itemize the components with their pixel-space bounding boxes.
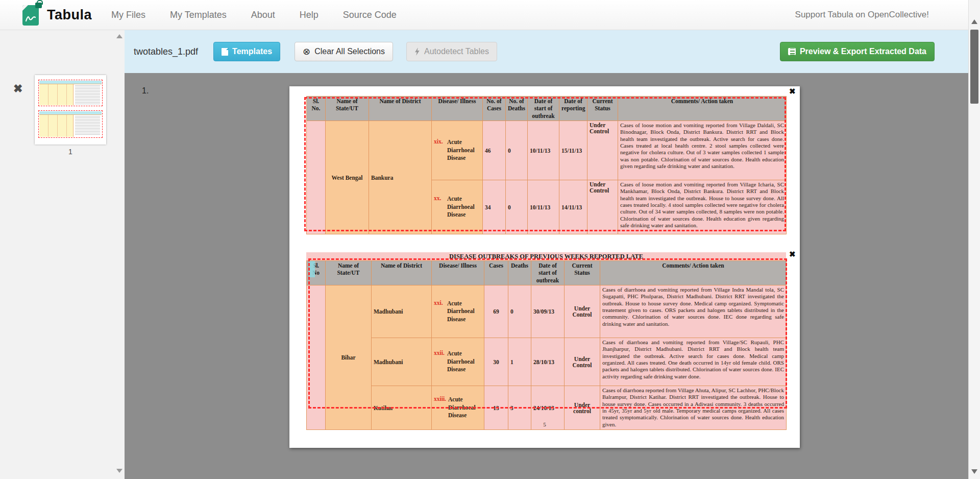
template-file-icon	[222, 48, 228, 56]
pdf-swirl-icon	[25, 14, 36, 23]
close-selection-2-icon[interactable]: ✖	[789, 250, 796, 258]
nav-source-code[interactable]: Source Code	[343, 10, 397, 20]
table-selection-2[interactable]	[308, 258, 787, 409]
nav-my-files[interactable]: My Files	[111, 10, 145, 20]
thumbnail-selection-1	[38, 80, 103, 106]
clear-all-selections-button[interactable]: ⊗ Clear All Selections	[295, 42, 393, 61]
preview-export-button[interactable]: Preview & Export Extracted Data	[780, 42, 935, 61]
pdf-page[interactable]: Sl. No. Name of State/UT Name of Distric…	[289, 86, 800, 448]
brand[interactable]: Tabula	[22, 4, 92, 26]
table-list-icon	[788, 48, 796, 55]
thumbnail-page-number: 1	[35, 148, 106, 156]
lightning-bolt-icon	[414, 47, 420, 56]
document-filename: twotables_1.pdf	[134, 46, 198, 57]
autodetect-tables-button[interactable]: Autodetect Tables	[406, 42, 497, 61]
nav-about[interactable]: About	[251, 10, 275, 20]
templates-button[interactable]: Templates	[213, 42, 280, 61]
scroll-down-icon[interactable]	[971, 469, 977, 474]
circled-x-icon: ⊗	[303, 47, 310, 56]
templates-button-label: Templates	[232, 47, 272, 56]
tabula-logo-icon	[22, 4, 41, 26]
scrollbar-thumb[interactable]	[970, 30, 978, 104]
close-selection-1-icon[interactable]: ✖	[789, 87, 796, 95]
lock-icon	[35, 3, 42, 8]
table-selection-1[interactable]	[304, 97, 786, 231]
window-scrollbar[interactable]	[968, 0, 980, 479]
toolbar: twotables_1.pdf Templates ⊗ Clear All Se…	[125, 30, 968, 73]
nav-my-templates[interactable]: My Templates	[170, 10, 227, 20]
nav-links: My Files My Templates About Help Source …	[111, 10, 397, 20]
sidebar-scrollbar[interactable]	[115, 32, 123, 477]
autodetect-button-label: Autodetect Tables	[424, 47, 489, 56]
pdf-viewer: 1. Sl. No. Name of State/UT Name of Dist…	[125, 73, 968, 479]
scroll-up-icon[interactable]	[971, 19, 977, 24]
thumbnail-selection-2	[38, 110, 103, 138]
viewer-page-label: 1.	[142, 86, 149, 95]
scroll-down-icon[interactable]	[116, 469, 122, 473]
pdf-page-number: 5	[289, 421, 800, 427]
clear-button-label: Clear All Selections	[314, 47, 385, 56]
page-thumbnail[interactable]	[35, 75, 106, 145]
navbar: Tabula My Files My Templates About Help …	[0, 0, 980, 30]
nav-help[interactable]: Help	[300, 10, 318, 20]
export-button-label: Preview & Export Extracted Data	[800, 47, 926, 56]
support-link[interactable]: Support Tabula on OpenCollective!	[795, 10, 929, 20]
brand-name: Tabula	[47, 7, 92, 23]
scroll-up-icon[interactable]	[116, 34, 122, 38]
remove-page-icon[interactable]: ✖	[13, 83, 22, 94]
sidebar-thumbnails: ✖ 1	[0, 30, 125, 479]
